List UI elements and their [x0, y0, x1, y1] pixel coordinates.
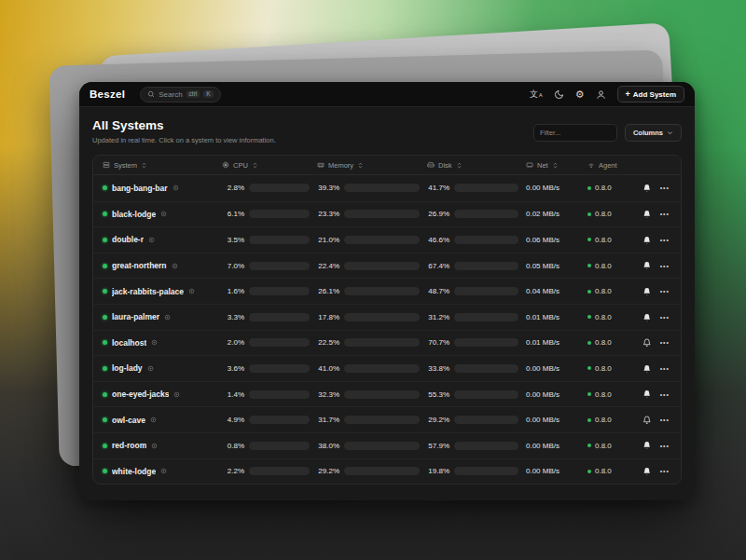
search-input[interactable]: Search ctrl K: [140, 87, 220, 102]
table-row[interactable]: black-lodge 6.1% 23.3% 26.9% 0.02 MB/s 0…: [93, 201, 681, 227]
column-header-memory[interactable]: Memory: [317, 161, 420, 170]
bell-icon[interactable]: [642, 467, 652, 476]
row-actions: [636, 184, 671, 193]
system-cell: great-northern: [103, 261, 214, 270]
bell-icon[interactable]: [642, 416, 652, 425]
cpu-value: 2.0%: [222, 338, 244, 347]
agent-cell: 0.8.0: [587, 416, 629, 424]
table-row[interactable]: double-r 3.5% 21.0% 46.6% 0.06 MB/s 0.8.…: [93, 226, 681, 253]
system-name: jack-rabbits-palace: [112, 287, 184, 296]
beszel-app-window: Beszel Search ctrl K Add System Al: [79, 82, 695, 500]
view-system-icon: [164, 314, 171, 321]
more-menu-icon[interactable]: [660, 391, 670, 398]
agent-cell: 0.8.0: [587, 184, 629, 192]
view-system-icon: [173, 391, 180, 398]
table-row[interactable]: localhost 2.0% 22.5% 70.7% 0.01 MB/s 0.8…: [93, 330, 681, 356]
table-row[interactable]: red-room 0.8% 38.0% 57.9% 0.00 MB/s 0.8.…: [93, 432, 681, 458]
more-menu-icon[interactable]: [660, 417, 670, 423]
more-menu-icon[interactable]: [660, 211, 670, 217]
table-row[interactable]: white-lodge 2.2% 29.2% 19.8% 0.00 MB/s 0…: [93, 458, 681, 485]
disk-bar: [454, 313, 518, 321]
theme-toggle-moon-icon[interactable]: [554, 89, 564, 100]
disk-cell: 41.7%: [427, 184, 518, 192]
table-row[interactable]: one-eyed-jacks 1.4% 32.3% 55.3% 0.00 MB/…: [93, 381, 681, 407]
agent-cell: 0.8.0: [587, 467, 629, 475]
table-row[interactable]: log-lady 3.6% 41.0% 33.8% 0.00 MB/s 0.8.…: [93, 355, 681, 381]
memory-cell: 39.3%: [317, 184, 420, 192]
bell-icon[interactable]: [642, 210, 652, 219]
more-menu-icon[interactable]: [660, 184, 670, 191]
bell-icon[interactable]: [642, 236, 652, 245]
table-row[interactable]: great-northern 7.0% 22.4% 67.4% 0.05 MB/…: [93, 253, 681, 279]
net-value: 0.00 MB/s: [526, 416, 580, 424]
more-menu-icon[interactable]: [660, 339, 670, 346]
memory-cell: 31.7%: [317, 416, 420, 424]
memory-bar: [344, 364, 420, 373]
column-header-disk[interactable]: Disk: [427, 161, 518, 170]
more-menu-icon[interactable]: [660, 263, 670, 269]
bell-icon[interactable]: [642, 441, 652, 450]
sort-icon: [252, 162, 258, 169]
cpu-bar: [249, 467, 310, 475]
disk-value: 57.9%: [427, 442, 449, 450]
cpu-cell: 3.6%: [222, 364, 310, 373]
filter-input[interactable]: [533, 124, 617, 142]
status-dot: [103, 238, 107, 242]
more-menu-icon[interactable]: [660, 237, 670, 243]
net-value: 0.00 MB/s: [526, 467, 580, 475]
column-header-cpu[interactable]: CPU: [222, 161, 310, 170]
language-icon[interactable]: [530, 90, 543, 99]
disk-value: 26.9%: [427, 210, 449, 218]
settings-gear-icon[interactable]: [575, 89, 585, 100]
memory-value: 21.0%: [317, 236, 339, 244]
agent-status-dot: [587, 212, 591, 216]
column-header-net[interactable]: Net: [526, 161, 580, 170]
table-row[interactable]: bang-bang-bar 2.8% 39.3% 41.7% 0.00 MB/s…: [93, 175, 681, 201]
net-value: 0.01 MB/s: [526, 338, 580, 347]
agent-status-dot: [587, 470, 591, 473]
column-header-system[interactable]: System: [103, 161, 214, 170]
table-body: bang-bang-bar 2.8% 39.3% 41.7% 0.00 MB/s…: [93, 175, 681, 484]
columns-label: Columns: [633, 129, 663, 137]
nav-actions: Add System: [530, 86, 684, 102]
more-menu-icon[interactable]: [660, 314, 670, 321]
column-label: Disk: [438, 161, 452, 170]
table-row[interactable]: jack-rabbits-palace 1.6% 26.1% 48.7% 0.0…: [93, 278, 681, 304]
bell-icon[interactable]: [642, 287, 652, 296]
memory-icon: [317, 161, 325, 169]
view-system-icon: [148, 237, 155, 243]
more-menu-icon[interactable]: [660, 468, 670, 474]
agent-cell: 0.8.0: [587, 236, 629, 244]
more-menu-icon[interactable]: [660, 365, 670, 372]
bell-icon[interactable]: [642, 338, 652, 348]
columns-button[interactable]: Columns: [625, 124, 682, 142]
user-icon[interactable]: [596, 89, 606, 100]
memory-value: 39.3%: [317, 184, 339, 192]
bell-icon[interactable]: [642, 364, 652, 374]
table-row[interactable]: owl-cave 4.9% 31.7% 29.2% 0.00 MB/s 0.8.…: [93, 406, 681, 432]
add-system-label: Add System: [633, 90, 676, 99]
cpu-cell: 2.2%: [222, 467, 310, 475]
cpu-value: 7.0%: [222, 262, 244, 270]
table-row[interactable]: laura-palmer 3.3% 17.8% 31.2% 0.01 MB/s …: [93, 304, 681, 330]
page-title: All Systems: [92, 118, 276, 132]
add-system-button[interactable]: Add System: [617, 86, 685, 102]
beszel-logo: Beszel: [90, 89, 125, 100]
bell-icon[interactable]: [642, 313, 652, 322]
agent-version: 0.8.0: [595, 313, 612, 321]
bell-icon[interactable]: [642, 184, 652, 193]
disk-cell: 67.4%: [427, 262, 518, 270]
memory-value: 22.5%: [317, 338, 339, 347]
net-value: 0.00 MB/s: [526, 390, 580, 399]
memory-value: 29.2%: [317, 467, 339, 475]
agent-status-dot: [587, 341, 591, 345]
column-header-agent[interactable]: Agent: [587, 161, 629, 170]
bell-icon[interactable]: [642, 261, 652, 270]
more-menu-icon[interactable]: [660, 288, 670, 294]
status-dot: [103, 212, 107, 216]
more-menu-icon[interactable]: [660, 443, 670, 449]
bell-icon[interactable]: [642, 389, 652, 399]
disk-cell: 70.7%: [427, 338, 518, 347]
system-cell: laura-palmer: [103, 312, 214, 321]
memory-cell: 22.5%: [317, 338, 420, 347]
